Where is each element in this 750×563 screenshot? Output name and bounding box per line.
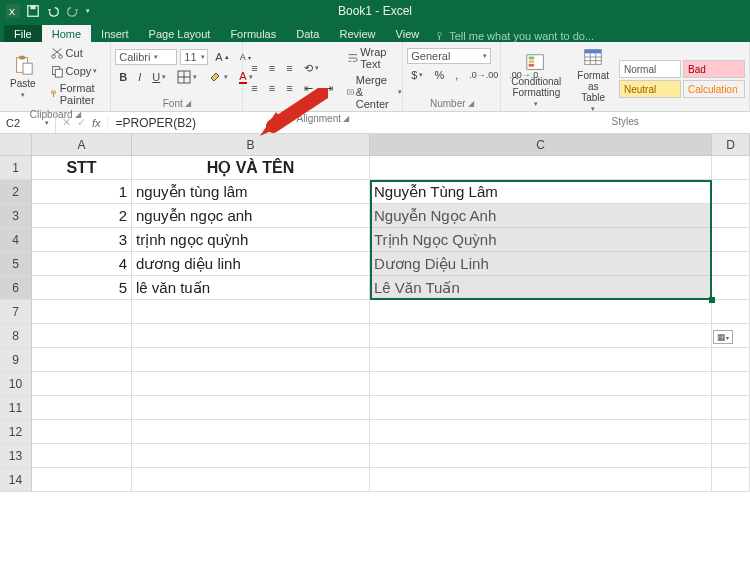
bold-button[interactable]: B [115, 69, 131, 85]
cell[interactable] [370, 372, 712, 396]
cell[interactable] [712, 204, 750, 228]
cell[interactable] [32, 324, 132, 348]
row-header[interactable]: 13 [0, 444, 32, 468]
number-format-combo[interactable]: General▾ [407, 48, 491, 64]
underline-button[interactable]: U▾ [148, 69, 170, 85]
cell[interactable]: 3 [32, 228, 132, 252]
cell[interactable] [370, 396, 712, 420]
fill-handle[interactable] [709, 297, 715, 303]
cell-B1[interactable]: HỌ VÀ TÊN [132, 156, 370, 180]
tell-me-search[interactable]: Tell me what you want to do... [429, 30, 594, 42]
cell[interactable]: Dương Diệu Linh [370, 252, 712, 276]
insert-function-icon[interactable]: fx [92, 117, 101, 129]
cell[interactable] [132, 372, 370, 396]
cell[interactable]: trịnh ngọc quỳnh [132, 228, 370, 252]
undo-icon[interactable] [46, 4, 60, 18]
cell[interactable] [712, 252, 750, 276]
cell[interactable] [370, 444, 712, 468]
conditional-formatting-button[interactable]: Conditional Formatting▾ [505, 50, 567, 110]
row-header[interactable]: 7 [0, 300, 32, 324]
enter-formula-icon[interactable]: ✓ [77, 116, 86, 129]
align-middle-icon[interactable]: ≡ [265, 60, 279, 76]
align-bottom-icon[interactable]: ≡ [282, 60, 296, 76]
merge-center-button[interactable]: Merge & Center▾ [343, 72, 406, 112]
cell[interactable] [32, 444, 132, 468]
cell[interactable] [132, 444, 370, 468]
cell[interactable]: Trịnh Ngọc Quỳnh [370, 228, 712, 252]
tab-insert[interactable]: Insert [91, 25, 139, 42]
font-dialog-launcher-icon[interactable]: ◢ [185, 99, 191, 108]
cell-C1[interactable] [370, 156, 712, 180]
column-header-D[interactable]: D [712, 134, 750, 155]
cell[interactable] [32, 396, 132, 420]
row-header[interactable]: 11 [0, 396, 32, 420]
cell[interactable] [712, 180, 750, 204]
cell[interactable]: 2 [32, 204, 132, 228]
cell[interactable] [712, 420, 750, 444]
cell[interactable] [712, 300, 750, 324]
cell[interactable] [32, 348, 132, 372]
row-header[interactable]: 2 [0, 180, 32, 204]
percent-format-icon[interactable]: % [430, 67, 448, 83]
column-header-A[interactable]: A [32, 134, 132, 155]
row-header[interactable]: 4 [0, 228, 32, 252]
italic-button[interactable]: I [134, 69, 145, 85]
fill-color-button[interactable]: ▾ [204, 68, 232, 86]
row-header[interactable]: 10 [0, 372, 32, 396]
cell[interactable] [132, 468, 370, 492]
cell[interactable]: 4 [32, 252, 132, 276]
select-all-corner[interactable] [0, 134, 32, 155]
orientation-icon[interactable]: ⟲▾ [300, 60, 323, 77]
borders-button[interactable]: ▾ [173, 68, 201, 86]
cell[interactable] [712, 276, 750, 300]
cell[interactable] [712, 396, 750, 420]
tab-view[interactable]: View [386, 25, 430, 42]
cell[interactable] [712, 444, 750, 468]
cell-A1[interactable]: STT [32, 156, 132, 180]
row-header[interactable]: 12 [0, 420, 32, 444]
number-dialog-launcher-icon[interactable]: ◢ [468, 99, 474, 108]
paste-button[interactable]: Paste ▾ [4, 52, 42, 101]
cell-D1[interactable] [712, 156, 750, 180]
row-header[interactable]: 9 [0, 348, 32, 372]
increase-indent-icon[interactable]: ⇥ [320, 80, 337, 97]
cell[interactable]: Lê Văn Tuấn [370, 276, 712, 300]
cell[interactable] [32, 420, 132, 444]
cell[interactable] [132, 396, 370, 420]
copy-button[interactable]: Copy▾ [46, 62, 107, 80]
cell[interactable] [32, 372, 132, 396]
cell[interactable] [32, 468, 132, 492]
cell[interactable]: dương diệu linh [132, 252, 370, 276]
cell-style-normal[interactable]: Normal [619, 60, 681, 78]
align-right-icon[interactable]: ≡ [282, 80, 296, 96]
cell[interactable] [712, 348, 750, 372]
cell[interactable]: 1 [32, 180, 132, 204]
cell[interactable] [132, 420, 370, 444]
cell[interactable] [370, 300, 712, 324]
align-top-icon[interactable]: ≡ [247, 60, 261, 76]
cell[interactable]: nguyễn ngọc anh [132, 204, 370, 228]
increase-decimal-icon[interactable]: .0→.00 [465, 68, 502, 82]
cell-style-neutral[interactable]: Neutral [619, 80, 681, 98]
cell[interactable]: 5 [32, 276, 132, 300]
tab-formulas[interactable]: Formulas [220, 25, 286, 42]
align-center-icon[interactable]: ≡ [265, 80, 279, 96]
tab-data[interactable]: Data [286, 25, 329, 42]
cell[interactable]: Nguyễn Ngọc Anh [370, 204, 712, 228]
tab-file[interactable]: File [4, 25, 42, 42]
cell[interactable] [370, 468, 712, 492]
cell[interactable] [132, 300, 370, 324]
tab-home[interactable]: Home [42, 25, 91, 42]
format-as-table-button[interactable]: Format as Table▾ [571, 44, 615, 115]
cell[interactable] [370, 348, 712, 372]
formula-input[interactable]: =PROPER(B2) [108, 112, 750, 133]
row-header[interactable]: 8 [0, 324, 32, 348]
save-icon[interactable] [26, 4, 40, 18]
cancel-formula-icon[interactable]: ✕ [62, 116, 71, 129]
column-header-C[interactable]: C [370, 134, 712, 155]
qat-dropdown-icon[interactable]: ▾ [86, 7, 90, 15]
cell[interactable] [370, 324, 712, 348]
accounting-format-icon[interactable]: $▾ [407, 67, 427, 83]
cell[interactable] [370, 420, 712, 444]
cell[interactable] [32, 300, 132, 324]
